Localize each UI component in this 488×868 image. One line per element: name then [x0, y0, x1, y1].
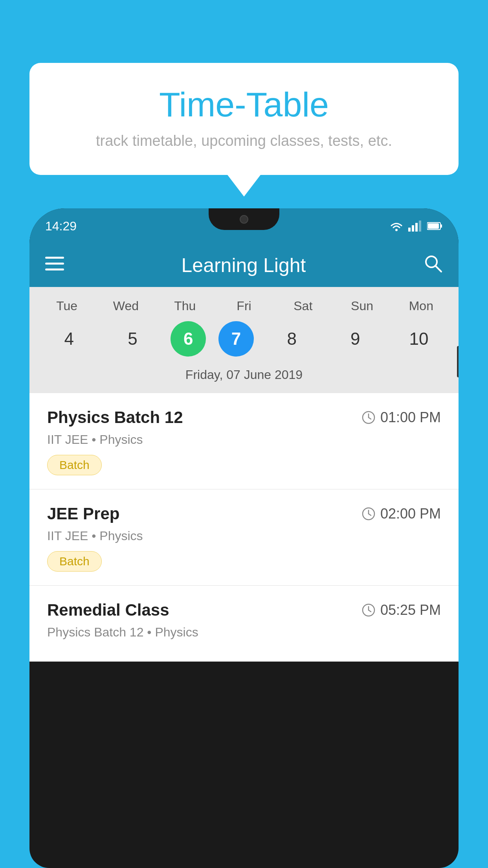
batch-badge-2: Batch — [47, 551, 102, 572]
svg-rect-4 — [419, 221, 421, 232]
svg-line-21 — [369, 610, 371, 612]
day-5[interactable]: 5 — [107, 321, 158, 357]
status-icons — [389, 221, 443, 232]
class-meta-2: IIT JEE • Physics — [47, 529, 441, 543]
day-7-selected[interactable]: 7 — [218, 321, 254, 357]
class-item-jee-prep[interactable]: JEE Prep 02:00 PM IIT JEE • Physics Batc… — [29, 489, 459, 586]
class-item-physics-batch[interactable]: Physics Batch 12 01:00 PM IIT JEE • Phys… — [29, 393, 459, 489]
day-9[interactable]: 9 — [330, 321, 381, 357]
battery-icon — [427, 222, 443, 230]
svg-rect-8 — [45, 257, 64, 259]
svg-rect-1 — [408, 228, 411, 232]
class-item-header-2: JEE Prep 02:00 PM — [47, 504, 441, 523]
status-bar: 14:29 — [29, 208, 459, 244]
svg-line-18 — [369, 514, 371, 515]
day-4[interactable]: 4 — [44, 321, 95, 357]
day-header-sun: Sun — [337, 299, 388, 313]
day-10[interactable]: 10 — [393, 321, 444, 357]
classes-list: Physics Batch 12 01:00 PM IIT JEE • Phys… — [29, 393, 459, 662]
svg-point-0 — [395, 229, 398, 231]
svg-rect-2 — [412, 225, 414, 232]
svg-line-12 — [435, 266, 441, 272]
day-header-sat: Sat — [277, 299, 328, 313]
phone-frame: 14:29 — [29, 208, 459, 868]
notch — [209, 208, 279, 230]
speech-bubble-subtitle: track timetable, upcoming classes, tests… — [53, 132, 435, 149]
app-title: Learning Light — [76, 254, 411, 277]
svg-rect-6 — [440, 224, 442, 228]
search-icon[interactable] — [423, 254, 443, 277]
clock-icon-2 — [361, 507, 376, 521]
class-time-1: 01:00 PM — [361, 409, 441, 426]
calendar-section: Tue Wed Thu Fri Sat Sun Mon 4 5 6 7 8 9 … — [29, 287, 459, 393]
class-item-header-1: Physics Batch 12 01:00 PM — [47, 408, 441, 427]
svg-rect-10 — [45, 268, 64, 270]
svg-rect-3 — [415, 223, 418, 232]
wifi-icon — [389, 221, 404, 232]
svg-line-15 — [369, 417, 371, 419]
day-headers: Tue Wed Thu Fri Sat Sun Mon — [29, 295, 459, 317]
class-item-header-3: Remedial Class 05:25 PM — [47, 601, 441, 620]
status-time: 14:29 — [45, 219, 77, 234]
clock-icon-3 — [361, 603, 376, 617]
class-item-remedial[interactable]: Remedial Class 05:25 PM Physics Batch 12… — [29, 586, 459, 662]
class-name-3: Remedial Class — [47, 601, 169, 620]
hamburger-icon[interactable] — [45, 257, 64, 274]
day-header-fri: Fri — [218, 299, 270, 313]
day-header-wed: Wed — [100, 299, 151, 313]
day-8[interactable]: 8 — [266, 321, 317, 357]
selected-date-label: Friday, 07 June 2019 — [29, 364, 459, 389]
svg-rect-9 — [45, 263, 64, 265]
speech-bubble-title: Time-Table — [53, 85, 435, 125]
day-numbers: 4 5 6 7 8 9 10 — [29, 317, 459, 364]
class-name-1: Physics Batch 12 — [47, 408, 183, 427]
class-time-3: 05:25 PM — [361, 602, 441, 618]
phone-side-button — [457, 346, 459, 377]
batch-badge-1: Batch — [47, 455, 102, 475]
svg-rect-7 — [428, 223, 439, 229]
class-time-2: 02:00 PM — [361, 506, 441, 522]
app-bar: Learning Light — [29, 244, 459, 287]
signal-icon — [408, 221, 422, 232]
day-header-mon: Mon — [396, 299, 447, 313]
clock-icon-1 — [361, 410, 376, 425]
class-name-2: JEE Prep — [47, 504, 119, 523]
class-meta-1: IIT JEE • Physics — [47, 432, 441, 447]
day-6-today[interactable]: 6 — [171, 321, 206, 357]
day-header-tue: Tue — [41, 299, 92, 313]
speech-bubble: Time-Table track timetable, upcoming cla… — [29, 63, 459, 175]
class-meta-3: Physics Batch 12 • Physics — [47, 625, 441, 640]
camera-dot — [240, 215, 248, 224]
day-header-thu: Thu — [160, 299, 211, 313]
